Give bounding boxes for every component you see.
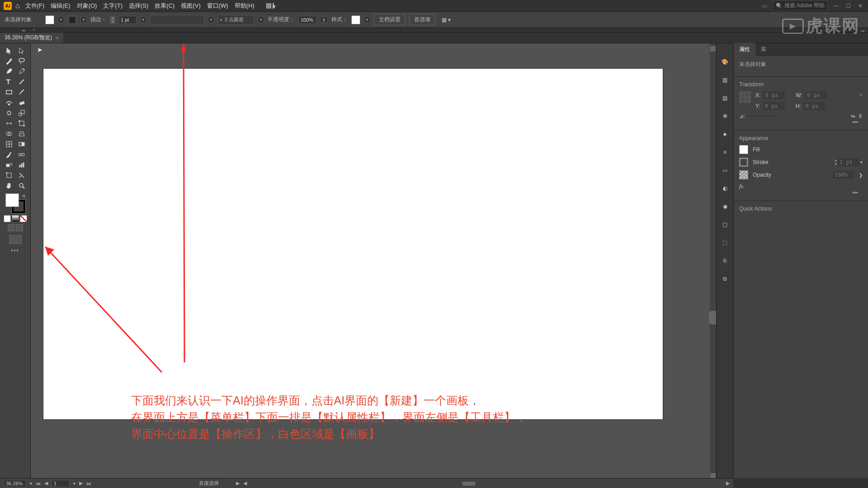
appearance-stroke-input[interactable]: 1 pt [838, 158, 859, 166]
window-close-icon[interactable]: ✕ [856, 3, 864, 9]
color-mode-solid[interactable] [4, 215, 11, 222]
brushes-panel-icon[interactable]: ▤ [720, 93, 730, 103]
stroke-profile-dropdown[interactable] [150, 15, 204, 25]
zoom-input[interactable]: 36.26% [4, 480, 26, 487]
style-swatch[interactable] [351, 15, 360, 24]
horizontal-scrollbar[interactable] [254, 481, 719, 486]
hscroll-right-icon[interactable]: ▶ [726, 480, 730, 486]
fill-stroke-proxy[interactable]: ⤭ [5, 193, 25, 213]
stroke-dropdown-icon[interactable]: ▾ [80, 16, 87, 23]
y-input[interactable]: 0 px [763, 102, 785, 110]
fill-swatch[interactable] [45, 15, 54, 24]
stroke-weight-input[interactable] [118, 16, 137, 24]
home-icon[interactable]: ⌂ [15, 2, 20, 10]
magic-wand-tool-icon[interactable] [3, 56, 15, 66]
menu-effect[interactable]: 效果(C) [155, 2, 175, 10]
menu-help[interactable]: 帮助(H) [235, 2, 255, 10]
first-artboard-icon[interactable]: ⏮ [36, 481, 41, 486]
x-input[interactable]: 0 px [763, 91, 785, 99]
appearance-fill-swatch[interactable] [739, 145, 748, 154]
align-panel-icon[interactable]: ≡ [720, 147, 730, 157]
curvature-tool-icon[interactable] [15, 66, 28, 76]
screen-mode-full[interactable] [16, 224, 23, 231]
shaper-tool-icon[interactable] [3, 97, 15, 108]
hscroll-left-icon[interactable]: ◀ [243, 480, 247, 486]
width-tool-icon[interactable] [3, 118, 15, 128]
free-transform-tool-icon[interactable] [15, 118, 28, 128]
menu-select[interactable]: 选择(S) [129, 2, 148, 10]
canvas-area[interactable]: ➤ 下面我们来认识一下AI的操作界面，点击AI界面的【新建】一个画板， 在界面上… [31, 43, 716, 478]
align-icon[interactable]: ▦ ▾ [442, 17, 451, 23]
paintbrush-tool-icon[interactable] [15, 87, 28, 97]
transform-flyout-icon[interactable]: ••• [739, 119, 863, 126]
stroke-stepper[interactable]: ▴▾ [110, 16, 115, 23]
slice-tool-icon[interactable] [15, 170, 28, 180]
artboard[interactable] [43, 69, 663, 419]
appearance-stroke-swatch[interactable] [739, 158, 748, 167]
eyedropper-tool-icon[interactable] [3, 149, 15, 160]
asset-export-panel-icon[interactable]: ⎘ [720, 256, 730, 266]
link-wh-icon[interactable]: ⟐ [859, 91, 863, 98]
scale-tool-icon[interactable] [15, 108, 28, 118]
artboard-tool-icon[interactable] [3, 170, 15, 180]
screen-mode-button[interactable] [9, 235, 22, 244]
appearance-panel-icon[interactable]: ◐ [720, 183, 730, 193]
workspace-switcher-icon[interactable]: ▾ [266, 3, 274, 9]
swatches-panel-icon[interactable]: ▥ [720, 75, 730, 85]
vertical-scrollbar[interactable] [710, 43, 716, 478]
document-tab[interactable]: 36.26% (RGB/预览) × [0, 33, 63, 43]
menu-window[interactable]: 窗口(W) [207, 2, 228, 10]
shape-builder-tool-icon[interactable] [3, 128, 15, 139]
menu-edit[interactable]: 编辑(E) [51, 2, 70, 10]
flip-v-icon[interactable]: ⥮ [858, 113, 863, 119]
brush-preset-dropdown[interactable]: • 3 点圆形 [218, 15, 254, 25]
last-artboard-icon[interactable]: ⏭ [86, 481, 91, 486]
transparency-panel-icon[interactable]: ▢ [720, 220, 730, 230]
menu-object[interactable]: 对象(O) [77, 2, 97, 10]
line-tool-icon[interactable] [15, 76, 28, 87]
mesh-tool-icon[interactable] [3, 139, 15, 149]
window-minimize-icon[interactable]: — [831, 3, 840, 9]
selection-tool-icon[interactable] [3, 45, 15, 56]
pen-tool-icon[interactable] [3, 66, 15, 76]
appearance-opacity-input[interactable]: 100% [833, 171, 854, 179]
prev-artboard-icon[interactable]: ◀ [44, 480, 48, 486]
appearance-opacity-swatch[interactable] [739, 170, 748, 179]
color-mode-none[interactable] [20, 215, 27, 222]
window-restore-icon[interactable]: ☐ [844, 3, 853, 9]
symbols-panel-icon[interactable]: ✻ [720, 111, 730, 121]
hand-tool-icon[interactable] [3, 180, 15, 191]
stroke-panel-icon[interactable]: ♣ [720, 129, 730, 139]
stroke-weight-dropdown-icon[interactable]: ▾ [140, 16, 146, 23]
search-field[interactable]: 🔍搜索 Adobe 帮助 [773, 0, 828, 11]
next-artboard-icon[interactable]: ▶ [79, 480, 83, 486]
fill-dropdown-icon[interactable]: ▾ [58, 16, 64, 23]
rotate-tool-icon[interactable] [3, 108, 15, 118]
eraser-tool-icon[interactable] [15, 97, 28, 108]
transform-panel-icon[interactable]: ▭ [720, 165, 730, 175]
menu-view[interactable]: 视图(V) [181, 2, 200, 10]
type-tool-icon[interactable]: T [3, 76, 15, 87]
artboard-number-input[interactable]: 1 [52, 480, 70, 487]
opacity-dropdown-icon[interactable]: ❯ [320, 16, 328, 23]
perspective-tool-icon[interactable] [15, 128, 28, 139]
fx-label[interactable]: fx. [739, 183, 863, 190]
rectangle-tool-icon[interactable] [3, 87, 15, 97]
menu-type[interactable]: 文字(T) [103, 2, 123, 10]
appearance-flyout-icon[interactable]: ••• [739, 190, 863, 196]
symbol-sprayer-tool-icon[interactable] [3, 160, 15, 170]
preferences-button[interactable]: 首选项 [409, 14, 435, 25]
doc-setup-button[interactable]: 文档设置 [374, 14, 406, 25]
layers-panel-icon[interactable]: ⬚ [720, 238, 730, 248]
graphic-styles-panel-icon[interactable]: ◉ [720, 202, 730, 211]
tab-properties[interactable]: 属性 [734, 43, 755, 56]
opacity-input[interactable] [298, 16, 316, 24]
status-play-icon[interactable]: ▶ [236, 480, 240, 486]
lasso-tool-icon[interactable] [15, 56, 28, 66]
tools-more-icon[interactable]: ••• [11, 248, 19, 254]
flip-h-icon[interactable]: ⇋ [851, 113, 855, 119]
direct-selection-tool-icon[interactable] [15, 45, 28, 56]
stroke-swatch[interactable] [68, 15, 77, 24]
arrange-docs-icon[interactable]: ▭ [760, 3, 769, 9]
h-input[interactable]: 0 px [804, 102, 826, 110]
